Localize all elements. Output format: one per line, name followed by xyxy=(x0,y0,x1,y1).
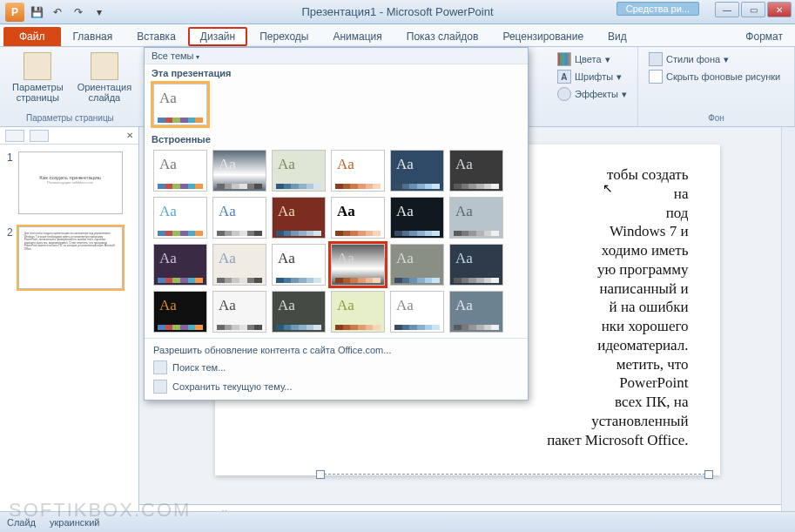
theme-thumb[interactable]: Aa xyxy=(153,291,207,333)
group-label-bg: Фон xyxy=(708,113,724,123)
quick-access-toolbar: P 💾 ↶ ↷ ▾ xyxy=(0,3,113,22)
theme-thumb[interactable]: Aa xyxy=(331,291,385,333)
tab-transitions[interactable]: Переходы xyxy=(247,27,320,46)
slide-thumbnail-2[interactable]: Для того чтобы создать презентацию на ко… xyxy=(18,226,123,289)
theme-thumb[interactable]: Aa xyxy=(390,150,444,192)
theme-color-stripe xyxy=(276,231,321,236)
vertical-scrollbar[interactable] xyxy=(781,127,795,511)
effects-button[interactable]: Эффекты ▾ xyxy=(554,85,630,103)
theme-thumb[interactable]: Aa xyxy=(331,197,385,239)
theme-thumb[interactable]: Aa xyxy=(272,197,326,239)
theme-color-stripe xyxy=(394,325,440,330)
tab-file[interactable]: Файл xyxy=(3,27,61,46)
hide-bg-checkbox[interactable]: Скрыть фоновые рисунки xyxy=(645,68,784,85)
fonts-button[interactable]: AШрифты ▾ xyxy=(554,68,625,85)
theme-color-stripe xyxy=(454,184,499,189)
theme-thumb[interactable]: Aa xyxy=(212,150,266,192)
tab-home[interactable]: Главная xyxy=(61,27,125,46)
tab-review[interactable]: Рецензирование xyxy=(490,27,596,46)
theme-color-stripe xyxy=(158,231,203,236)
theme-color-stripe xyxy=(335,278,381,283)
theme-thumb[interactable]: Aa xyxy=(272,150,326,192)
theme-color-stripe xyxy=(158,325,203,330)
theme-thumb[interactable]: Aa xyxy=(153,197,207,239)
theme-thumb-current[interactable]: Aa xyxy=(153,84,207,125)
theme-thumb[interactable]: Aa xyxy=(390,244,444,286)
gallery-all-themes-header[interactable]: Все темы xyxy=(145,48,528,64)
theme-thumb[interactable]: Aa xyxy=(331,244,385,286)
redo-icon[interactable]: ↷ xyxy=(70,3,87,21)
close-button[interactable]: ✕ xyxy=(767,2,792,17)
theme-thumb[interactable]: Aa xyxy=(153,244,207,286)
cursor-icon: ↖ xyxy=(603,181,613,195)
theme-color-stripe xyxy=(335,184,381,189)
tab-format[interactable]: Формат xyxy=(733,27,795,46)
gallery-section-builtin: Встроенные xyxy=(145,131,528,145)
slide-thumbnail-1[interactable]: Как создать презентацию Рекомендации sof… xyxy=(18,152,123,214)
theme-color-stripe xyxy=(276,184,321,189)
theme-thumb[interactable]: Aa xyxy=(331,150,385,192)
qat-customize-icon[interactable]: ▾ xyxy=(91,3,108,21)
orientation-button[interactable]: Ориентация слайда xyxy=(72,51,137,104)
theme-thumb[interactable]: Aa xyxy=(449,291,503,333)
bg-styles-button[interactable]: Стили фона ▾ xyxy=(645,51,732,68)
theme-color-stripe xyxy=(217,325,262,330)
theme-color-stripe xyxy=(335,231,381,236)
minimize-button[interactable]: — xyxy=(715,2,739,17)
theme-color-stripe xyxy=(454,231,499,236)
contextual-tab-drawing-tools[interactable]: Средства ри... xyxy=(616,2,699,16)
page-setup-icon xyxy=(24,52,51,80)
tab-slideshow[interactable]: Показ слайдов xyxy=(394,27,491,46)
outline-tab[interactable] xyxy=(30,130,49,142)
save-icon[interactable]: 💾 xyxy=(28,3,45,21)
theme-thumb[interactable]: Aa xyxy=(449,150,503,192)
theme-color-stripe xyxy=(276,278,321,283)
thumb-number: 2 xyxy=(7,226,13,289)
orientation-label: Ориентация слайда xyxy=(77,82,131,103)
theme-color-stripe xyxy=(454,278,499,283)
theme-thumb[interactable]: Aa xyxy=(449,197,503,239)
status-language[interactable]: украинский xyxy=(50,517,99,528)
theme-color-stripe xyxy=(217,184,262,189)
colors-button[interactable]: Цвета ▾ xyxy=(554,51,614,68)
app-icon[interactable]: P xyxy=(5,3,24,22)
ribbon-tabs: Файл Главная Вставка Дизайн Переходы Ани… xyxy=(0,24,795,47)
theme-thumb[interactable]: Aa xyxy=(212,197,266,239)
theme-color-stripe xyxy=(394,231,440,236)
tab-design[interactable]: Дизайн xyxy=(188,27,247,46)
theme-thumb[interactable]: Aa xyxy=(212,244,266,286)
theme-color-stripe xyxy=(394,184,440,189)
theme-thumb[interactable]: Aa xyxy=(449,244,503,286)
fonts-icon: A xyxy=(557,70,571,84)
theme-color-stripe xyxy=(454,325,499,330)
theme-thumb[interactable]: Aa xyxy=(390,291,444,333)
tab-view[interactable]: Вид xyxy=(596,27,639,46)
panel-close-icon[interactable]: ✕ xyxy=(126,131,133,140)
theme-color-stripe xyxy=(158,184,203,189)
colors-icon xyxy=(557,52,571,66)
group-label-page-setup: Параметры страницы xyxy=(26,113,114,123)
tab-animation[interactable]: Анимация xyxy=(320,27,394,46)
theme-thumb[interactable]: Aa xyxy=(272,291,326,333)
slides-tab[interactable] xyxy=(5,130,24,142)
theme-gallery-dropdown: Все темы Эта презентация Aa Встроенные A… xyxy=(144,47,529,401)
theme-thumb[interactable]: Aa xyxy=(153,150,207,192)
gallery-section-this-presentation: Эта презентация xyxy=(145,64,528,78)
textframe-selection-handles[interactable] xyxy=(320,474,710,484)
theme-color-stripe xyxy=(335,325,381,330)
theme-color-stripe xyxy=(158,278,203,283)
tab-insert[interactable]: Вставка xyxy=(125,27,188,46)
gallery-search-themes[interactable]: Поиск тем... xyxy=(152,358,521,377)
theme-thumb[interactable]: Aa xyxy=(212,291,266,333)
undo-icon[interactable]: ↶ xyxy=(49,3,66,21)
page-setup-button[interactable]: Параметры страницы xyxy=(7,51,69,104)
maximize-button[interactable]: ▭ xyxy=(741,2,765,17)
save-theme-icon xyxy=(153,380,167,394)
gallery-enable-office-update[interactable]: Разрешить обновление контента с сайта Of… xyxy=(152,342,521,358)
theme-thumb[interactable]: Aa xyxy=(272,244,326,286)
gallery-save-current-theme[interactable]: Сохранить текущую тему... xyxy=(152,377,521,396)
thumb-number: 1 xyxy=(7,152,13,214)
theme-thumb[interactable]: Aa xyxy=(390,197,444,239)
slide-panel: ✕ 1 Как создать презентацию Рекомендации… xyxy=(0,127,139,511)
search-icon xyxy=(153,360,167,374)
